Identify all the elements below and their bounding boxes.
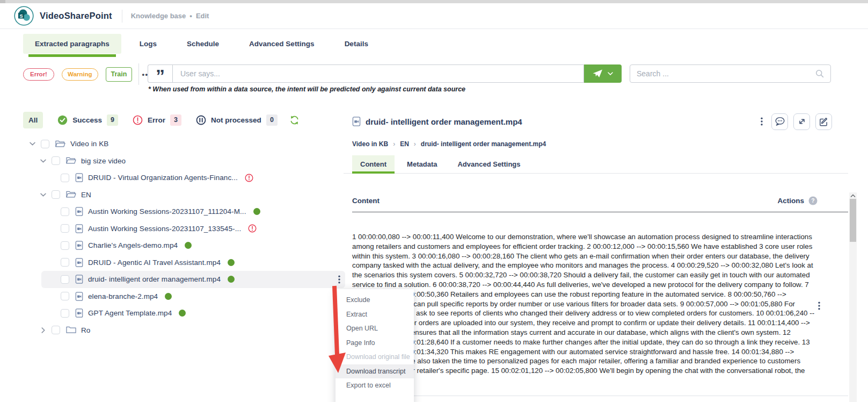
expand-button[interactable] [793, 113, 810, 130]
chevron-down-icon[interactable] [28, 142, 36, 146]
refresh-icon[interactable] [289, 115, 300, 125]
menu-item-download-transcript[interactable]: Download transcript [335, 364, 414, 379]
video-file-icon [75, 224, 83, 233]
chevron-down-icon[interactable] [39, 193, 47, 197]
scrollbar-thumb[interactable] [850, 199, 856, 242]
checkbox[interactable] [61, 258, 69, 267]
menu-item-open-url[interactable]: Open URL [335, 321, 414, 336]
success-status-dot [253, 208, 260, 215]
detail-kebab-icon[interactable] [757, 115, 766, 128]
content-scrollbar[interactable] [849, 192, 857, 402]
detail-breadcrumb: Video in KB › EN › druid- intelligent or… [344, 140, 848, 148]
video-file-icon [75, 308, 83, 318]
checkbox[interactable] [52, 326, 60, 334]
tab-schedule[interactable]: Schedule [175, 34, 231, 54]
crumb-file: druid- intelligent order management.mp4 [421, 140, 546, 148]
breadcrumb: Knowledge base • Edit [131, 12, 209, 20]
detail-title-row: druid- intelligent order management.mp4 [344, 110, 848, 132]
success-status-dot [179, 310, 186, 317]
success-status-dot [228, 276, 235, 283]
filter-error[interactable]: Error 3 [133, 114, 181, 126]
folder-open-icon [66, 156, 76, 165]
paragraph-text: 1 00:00:00,080 --> 00:00:11,400 Welcome … [352, 232, 818, 385]
error-filter-pill[interactable]: Error! [23, 68, 54, 81]
tab-extracted-paragraphs[interactable]: Extracted paragraphs [23, 34, 121, 54]
search-box [630, 64, 831, 83]
video-file-icon [75, 275, 83, 284]
tree-row-big-size-video[interactable]: big size video [23, 153, 345, 170]
detail-panel: druid- intelligent order management.mp4 … [344, 110, 848, 174]
user-says-input[interactable] [172, 64, 584, 83]
tree-row-gpt-agent-template[interactable]: GPT Agent Template.mp4 [23, 305, 345, 322]
paper-plane-icon [593, 69, 603, 78]
checkbox[interactable] [52, 190, 60, 199]
paragraph-kebab-icon[interactable] [818, 302, 820, 310]
checkbox[interactable] [41, 140, 49, 148]
success-status-dot [185, 242, 192, 249]
menu-item-exclude[interactable]: Exclude [335, 293, 414, 307]
error-status-icon [248, 224, 257, 233]
tree-row-druid-order-management[interactable]: druid- intelligent order management.mp4 [41, 271, 345, 288]
checkbox[interactable] [61, 224, 69, 233]
tree-row-en[interactable]: EN [23, 186, 345, 204]
chevron-down-icon [608, 72, 613, 75]
tree-row-video-in-kb[interactable]: Video in KB [23, 135, 345, 153]
content-header-divider [352, 212, 848, 212]
tree-row-ro[interactable]: Ro [23, 322, 345, 339]
train-button[interactable]: Train [106, 67, 133, 82]
checkbox[interactable] [61, 207, 69, 216]
tree-row-druid-virtual-org[interactable]: DRUID - Virtual Organization Agents-Fina… [23, 169, 345, 186]
tree-row-charlies-angels[interactable]: Charlie's Angels-demo.mp4 [23, 237, 345, 254]
chevron-right-icon[interactable] [39, 328, 47, 332]
checkbox[interactable] [61, 292, 69, 300]
edit-link[interactable]: Edit [196, 12, 209, 20]
video-file-icon [75, 207, 83, 216]
search-icon [815, 69, 824, 78]
app-window: S VideoSharePoint Knowledge base • Edit … [0, 0, 868, 402]
chevron-down-icon[interactable] [39, 159, 47, 163]
checkbox[interactable] [61, 309, 69, 318]
detail-title: druid- intelligent order management.mp4 [366, 117, 522, 126]
warning-filter-pill[interactable]: Warning [62, 68, 98, 81]
vertical-divider [138, 63, 139, 85]
search-input[interactable] [637, 69, 815, 78]
edit-button[interactable] [815, 113, 832, 130]
crumb-video-in-kb[interactable]: Video in KB [352, 140, 388, 148]
scroll-up-icon[interactable] [849, 194, 857, 198]
checkbox[interactable] [61, 174, 69, 182]
filter-not-processed[interactable]: Not processed 0 [196, 114, 278, 126]
detail-tab-advanced-settings[interactable]: Advanced Settings [449, 155, 528, 173]
tab-logs[interactable]: Logs [128, 34, 169, 54]
help-icon[interactable]: ? [808, 196, 818, 205]
filter-all[interactable]: All [23, 112, 43, 128]
crumb-sep: › [393, 140, 395, 148]
error-circle-icon [133, 115, 143, 125]
filter-success[interactable]: Success 9 [57, 114, 118, 126]
menu-item-export-to-excel[interactable]: Export to excel [335, 378, 414, 393]
video-file-icon [75, 241, 83, 250]
tree-row-austin-133545[interactable]: Austin Working Sessions-20231107_133545-… [23, 220, 345, 238]
breadcrumb-sep: • [189, 12, 192, 20]
row-kebab-icon[interactable] [338, 275, 340, 284]
error-count-badge: 3 [170, 114, 181, 126]
tree-row-elena-branche[interactable]: elena-branche-2.mp4 [23, 288, 345, 305]
tab-details[interactable]: Details [333, 34, 380, 54]
crumb-en[interactable]: EN [400, 140, 409, 148]
menu-item-download-original-file: Download original file [335, 350, 414, 364]
detail-tabs: Content Metadata Advanced Settings [344, 155, 848, 174]
send-button[interactable] [584, 64, 622, 83]
checkbox[interactable] [61, 241, 69, 250]
detail-tab-content[interactable]: Content [352, 155, 395, 173]
checkbox[interactable] [61, 275, 69, 284]
checkbox[interactable] [52, 156, 60, 165]
detail-tab-metadata[interactable]: Metadata [399, 155, 445, 173]
menu-item-extract[interactable]: Extract [335, 307, 414, 322]
tree-row-austin-111204[interactable]: Austin Working Sessions-20231107_111204-… [23, 203, 345, 220]
comment-button[interactable] [771, 113, 788, 130]
content-column-header: Content [352, 197, 380, 205]
video-file-icon [75, 173, 83, 182]
menu-item-page-info[interactable]: Page Info [335, 336, 414, 350]
tree-row-druid-agentic[interactable]: DRUID - Agentic AI Travel Assistant.mp4 [23, 254, 345, 271]
svg-text:?: ? [811, 197, 814, 204]
tab-advanced-settings[interactable]: Advanced Settings [237, 34, 326, 54]
